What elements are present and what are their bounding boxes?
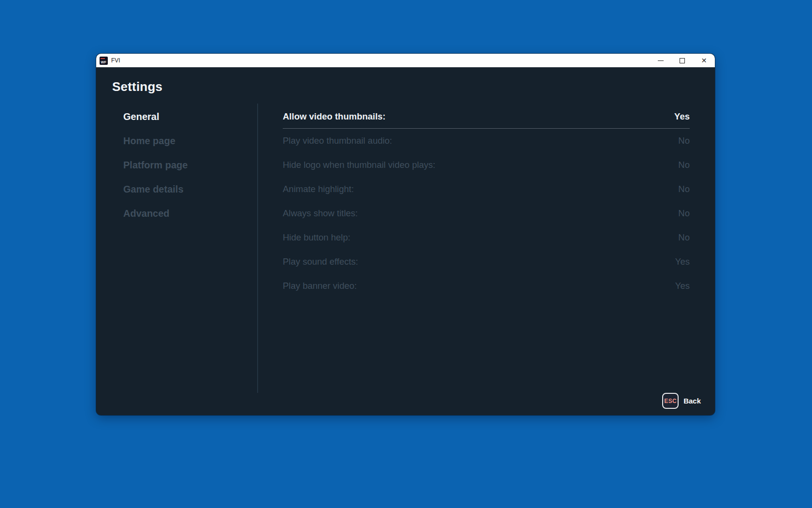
setting-label: Play sound effects: [283,256,358,267]
close-button[interactable]: ✕ [693,54,715,67]
settings-sidebar: General Home page Platform page Game det… [123,105,249,225]
maximize-button[interactable] [671,54,693,67]
minimize-icon [658,60,664,61]
wf-app-icon[interactable]: WF [100,57,108,65]
setting-row-hide-logo-when-thumbnail-video-plays[interactable]: Hide logo when thumbnail video plays: No [283,153,690,177]
setting-label: Allow video thumbnails: [283,111,386,122]
setting-label: Hide logo when thumbnail video plays: [283,160,435,170]
desktop-background: WF FVI ✕ Settings General Home page Plat… [0,0,812,508]
setting-label: Play video thumbnail audio: [283,135,392,146]
setting-row-play-video-thumbnail-audio[interactable]: Play video thumbnail audio: No [283,129,690,153]
setting-value: No [678,160,690,170]
setting-value: No [678,232,690,243]
settings-list: Allow video thumbnails: Yes Play video t… [283,105,690,298]
minimize-button[interactable] [650,54,671,67]
setting-row-hide-button-help[interactable]: Hide button help: No [283,225,690,250]
setting-value: No [678,208,690,219]
page-title: Settings [112,78,162,95]
setting-value: No [678,184,690,194]
window-title: FVI [111,57,120,64]
setting-value: Yes [675,256,690,267]
setting-row-animate-highlight[interactable]: Animate highlight: No [283,177,690,201]
back-control[interactable]: ESC Back [662,393,701,409]
setting-value: No [678,135,690,146]
setting-label: Hide button help: [283,232,350,243]
esc-key-badge[interactable]: ESC [662,393,679,409]
sidebar-divider [257,104,258,393]
setting-value: Yes [674,111,690,122]
setting-label: Animate highlight: [283,184,354,194]
close-icon: ✕ [701,57,707,64]
sidebar-item-game-details[interactable]: Game details [123,177,249,201]
maximize-icon [680,58,685,63]
setting-row-always-show-titles[interactable]: Always show titles: No [283,201,690,225]
setting-row-play-banner-video[interactable]: Play banner video: Yes [283,274,690,298]
back-label: Back [683,397,701,405]
sidebar-item-general[interactable]: General [123,105,249,129]
setting-row-play-sound-effects[interactable]: Play sound effects: Yes [283,250,690,274]
window-titlebar[interactable]: WF FVI ✕ [96,54,715,67]
sidebar-item-platform-page[interactable]: Platform page [123,153,249,177]
setting-label: Play banner video: [283,281,357,291]
setting-label: Always show titles: [283,208,358,219]
wf-app-icon-text: WF [101,60,106,65]
setting-value: Yes [675,281,690,291]
setting-row-allow-video-thumbnails[interactable]: Allow video thumbnails: Yes [283,105,690,129]
sidebar-item-advanced[interactable]: Advanced [123,201,249,225]
sidebar-item-home-page[interactable]: Home page [123,129,249,153]
fvi-settings-window: WF FVI ✕ Settings General Home page Plat… [96,54,715,415]
